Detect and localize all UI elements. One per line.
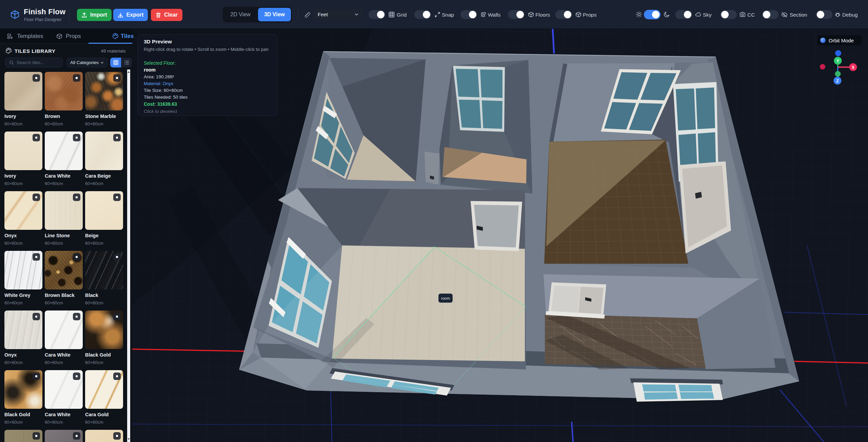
svg-text:Z: Z xyxy=(836,79,839,83)
svg-text:X: X xyxy=(852,65,854,70)
svg-text:Y: Y xyxy=(836,59,839,63)
